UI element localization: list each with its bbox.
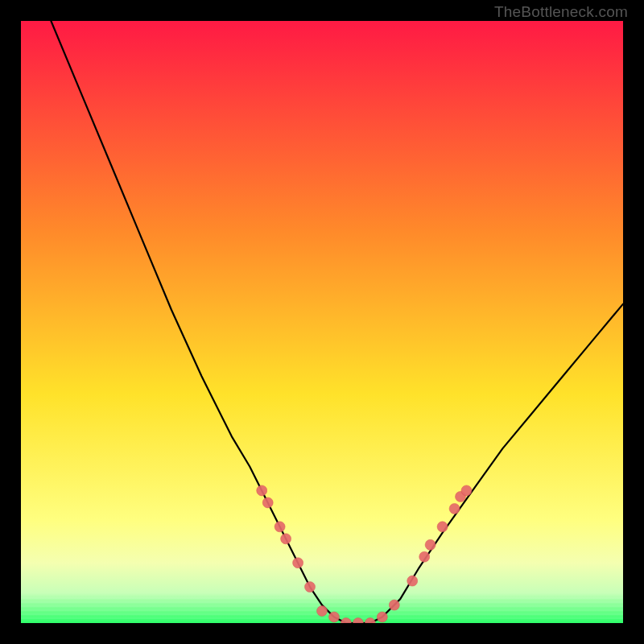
data-marker [425, 539, 436, 550]
data-marker [305, 582, 316, 592]
data-marker [377, 612, 387, 622]
data-marker [389, 600, 399, 610]
data-marker [449, 503, 460, 514]
plot-area [21, 21, 623, 623]
bottleneck-chart [21, 21, 623, 623]
gradient-background [21, 21, 623, 623]
data-marker [275, 522, 285, 532]
data-marker [407, 576, 418, 586]
watermark-text: TheBottleneck.com [494, 3, 628, 21]
data-marker [262, 497, 273, 508]
data-marker [437, 522, 448, 532]
data-marker [317, 606, 328, 617]
data-marker [293, 558, 303, 568]
data-marker [461, 485, 472, 496]
data-marker [329, 612, 340, 622]
chart-frame: TheBottleneck.com [0, 0, 644, 644]
data-marker [419, 551, 430, 562]
data-marker [281, 534, 291, 544]
data-marker [257, 485, 267, 496]
